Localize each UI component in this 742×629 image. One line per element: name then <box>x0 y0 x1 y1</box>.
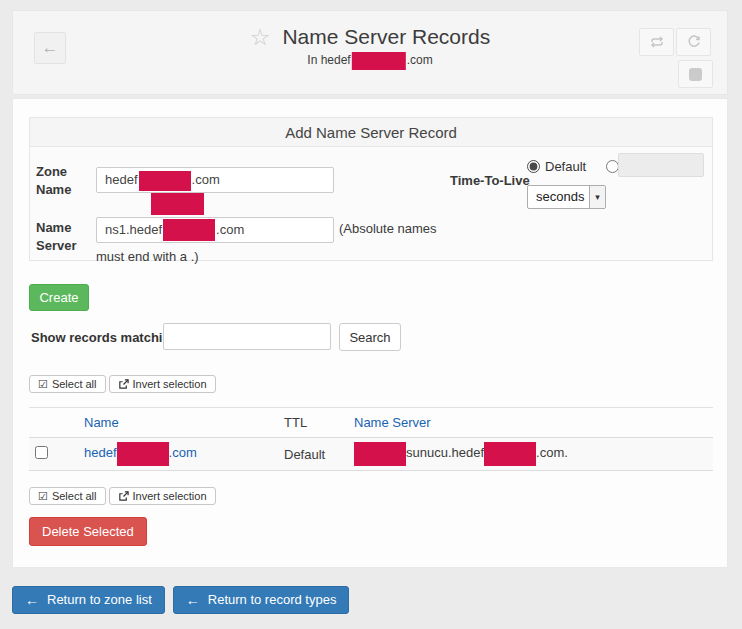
checkbox-checked-icon: ☑ <box>38 490 48 503</box>
panel-title: Add Name Server Record <box>29 117 713 147</box>
repeat-button[interactable] <box>639 28 674 56</box>
title-block: ☆ Name Server Records In hedef.com <box>250 25 490 67</box>
chevron-down-icon: ▾ <box>589 186 605 208</box>
ttl-unit-value: seconds <box>528 186 589 208</box>
search-button[interactable]: Search <box>339 323 401 351</box>
ttl-label: Time-To-Live <box>450 173 530 188</box>
footer-navigation: ← Return to zone list ← Return to record… <box>12 586 349 614</box>
record-name-server: sunucu.hedef.com. <box>349 438 713 471</box>
name-server-input[interactable]: ns1.hedef.com <box>96 217 334 243</box>
add-record-panel: Add Name Server Record Zone Name hedef.c… <box>29 117 713 261</box>
search-input[interactable] <box>163 323 331 350</box>
search-label: Show records matching: <box>31 330 183 345</box>
page-title: Name Server Records <box>282 25 490 49</box>
subtitle-suffix: .com <box>407 53 433 67</box>
invert-selection-icon <box>118 491 129 502</box>
return-zone-list-label: Return to zone list <box>47 587 152 613</box>
select-all-button[interactable]: ☑ Select all <box>29 487 106 505</box>
stop-button[interactable] <box>678 60 713 88</box>
records-table: Name TTL Name Server hedef.com Default s… <box>29 407 713 471</box>
ttl-default-radio[interactable] <box>527 160 540 173</box>
record-ttl: Default <box>279 438 349 471</box>
column-header-ttl: TTL <box>279 408 349 438</box>
column-header-name[interactable]: Name <box>79 408 279 438</box>
refresh-button[interactable] <box>676 28 711 56</box>
ttl-radio-group: Default <box>527 159 619 174</box>
create-button[interactable]: Create <box>29 284 89 311</box>
record-ns-middle: sunucu.hedef <box>406 445 484 460</box>
table-header-row: Name TTL Name Server <box>29 408 713 438</box>
ttl-default-label: Default <box>545 159 586 174</box>
add-record-form: Zone Name hedef.com Time-To-Live Default… <box>29 147 713 261</box>
redaction-box <box>354 442 406 466</box>
arrow-left-icon: ← <box>186 587 200 613</box>
redaction-box <box>139 171 191 191</box>
subtitle-prefix: In hedef <box>307 53 350 67</box>
return-to-record-types-button[interactable]: ← Return to record types <box>173 586 350 614</box>
delete-selected-button[interactable]: Delete Selected <box>29 517 147 546</box>
redaction-box <box>151 193 204 215</box>
return-to-zone-list-button[interactable]: ← Return to zone list <box>12 586 165 614</box>
ns-value-prefix: ns1.hedef <box>105 222 162 237</box>
invert-selection-label: Invert selection <box>133 490 207 502</box>
row-checkbox[interactable] <box>35 446 48 459</box>
main-content: Add Name Server Record Zone Name hedef.c… <box>12 98 728 568</box>
back-button[interactable]: ← <box>34 32 66 64</box>
page-subtitle: In hedef.com <box>250 53 490 67</box>
record-name-prefix: hedef <box>84 445 117 460</box>
record-name-suffix: .com <box>169 445 197 460</box>
zone-value-prefix: hedef <box>105 172 138 187</box>
invert-selection-icon <box>118 379 129 390</box>
table-row: hedef.com Default sunucu.hedef.com. <box>29 438 713 471</box>
repeat-icon <box>649 34 665 50</box>
refresh-icon <box>686 34 702 50</box>
arrow-left-icon: ← <box>25 587 39 613</box>
column-header-name-server[interactable]: Name Server <box>349 408 713 438</box>
ttl-unit-select[interactable]: seconds ▾ <box>527 185 606 209</box>
redaction-box <box>352 52 406 70</box>
zone-name-label: Zone Name <box>36 163 92 199</box>
zone-name-input[interactable]: hedef.com <box>96 167 334 193</box>
stop-icon <box>689 68 702 81</box>
redaction-box <box>484 442 536 466</box>
redaction-box <box>117 442 169 466</box>
invert-selection-button[interactable]: Invert selection <box>109 375 216 393</box>
name-server-row: ns1.hedef.com(Absolute names must end wi… <box>96 215 456 270</box>
record-ns-suffix: .com. <box>536 445 568 460</box>
back-arrow-icon: ← <box>42 38 59 58</box>
ns-value-suffix: .com <box>216 222 244 237</box>
header-checkbox-spacer <box>29 408 79 438</box>
ttl-value-input[interactable] <box>618 153 704 177</box>
record-name-link[interactable]: hedef.com <box>84 445 197 460</box>
zone-value-suffix: .com <box>192 172 220 187</box>
name-server-label: Name Server <box>36 219 92 255</box>
selection-controls-bottom: ☑ Select all Invert selection <box>29 487 216 505</box>
select-all-label: Select all <box>52 378 97 390</box>
redaction-box <box>163 219 215 241</box>
invert-selection-label: Invert selection <box>133 378 207 390</box>
checkbox-checked-icon: ☑ <box>38 378 48 391</box>
header-actions <box>639 28 713 56</box>
select-all-button[interactable]: ☑ Select all <box>29 375 106 393</box>
invert-selection-button[interactable]: Invert selection <box>109 487 216 505</box>
return-record-types-label: Return to record types <box>208 587 337 613</box>
favorite-star-icon[interactable]: ☆ <box>250 26 271 49</box>
selection-controls-top: ☑ Select all Invert selection <box>29 375 216 393</box>
select-all-label: Select all <box>52 490 97 502</box>
page-header: ← ☆ Name Server Records In hedef.com <box>12 10 728 95</box>
